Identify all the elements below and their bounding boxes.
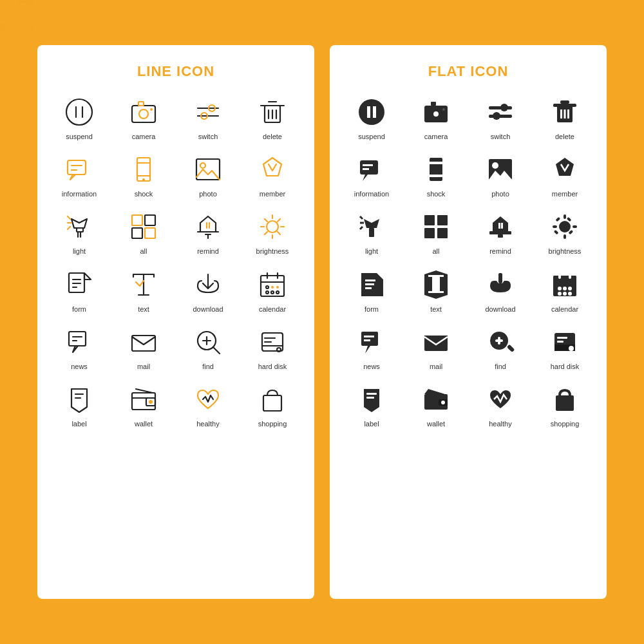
svg-rect-179: [373, 106, 376, 118]
svg-point-88: [66, 99, 92, 125]
svg-marker-117: [71, 219, 87, 228]
line-shopping: shopping: [243, 383, 301, 428]
svg-point-6: [25, 1, 26, 1]
svg-point-155: [276, 291, 279, 294]
svg-rect-185: [489, 106, 512, 109]
svg-point-74: [3, 30, 3, 30]
svg-line-138: [278, 219, 280, 222]
svg-rect-196: [363, 164, 373, 166]
line-icon-title: LINE ICON: [50, 63, 301, 80]
svg-point-219: [559, 221, 571, 232]
svg-point-83: [32, 28, 32, 29]
svg-point-7: [26, 1, 27, 1]
svg-rect-199: [430, 158, 442, 181]
flat-label: label: [343, 383, 401, 428]
flat-icon-card: FLAT ICON suspend camera switch delete: [330, 45, 607, 599]
svg-rect-109: [137, 158, 150, 181]
svg-rect-230: [365, 287, 372, 289]
line-information: information: [50, 153, 108, 198]
svg-rect-234: [498, 273, 502, 283]
line-mail: mail: [115, 325, 173, 371]
svg-point-26: [32, 2, 32, 3]
svg-rect-222: [553, 225, 557, 228]
svg-rect-123: [132, 215, 142, 225]
svg-point-152: [276, 286, 279, 289]
svg-point-33: [30, 3, 30, 3]
line-label: label: [50, 383, 108, 428]
svg-point-42: [32, 4, 33, 5]
line-switch: switch: [179, 95, 237, 141]
flat-brightness: brightness: [536, 210, 594, 256]
svg-point-57: [4, 25, 5, 26]
svg-point-76: [2, 30, 3, 31]
flat-text: text: [407, 268, 465, 314]
line-wallet: wallet: [115, 383, 173, 428]
main-content: LINE ICON suspend camera switch delete: [24, 32, 620, 612]
svg-marker-159: [73, 346, 78, 352]
svg-point-4: [23, 1, 24, 1]
svg-point-36: [32, 3, 33, 3]
svg-point-15: [20, 2, 21, 3]
svg-point-112: [142, 178, 145, 181]
line-download: download: [179, 268, 237, 314]
svg-point-81: [32, 27, 33, 28]
svg-point-3: [23, 1, 23, 1]
svg-point-69: [2, 28, 3, 29]
line-hard-disk: hard disk: [243, 325, 301, 371]
flat-calendar: calendar: [536, 268, 594, 314]
svg-point-64: [2, 27, 3, 28]
svg-rect-260: [557, 337, 567, 339]
flat-information: information: [343, 153, 401, 198]
svg-point-32: [28, 3, 29, 3]
flat-remind: remind: [471, 210, 529, 256]
flat-switch: switch: [471, 95, 529, 141]
line-healthy: healthy: [179, 383, 237, 428]
svg-rect-221: [564, 234, 566, 239]
line-camera: camera: [115, 95, 173, 141]
flat-shopping: shopping: [536, 383, 594, 428]
svg-point-75: [1, 30, 1, 31]
line-brightness: brightness: [243, 210, 301, 256]
svg-point-29: [25, 3, 26, 3]
line-icon-grid: suspend camera switch delete information: [50, 95, 301, 428]
svg-point-55: [2, 25, 3, 26]
svg-rect-231: [428, 275, 444, 277]
svg-point-2: [21, 1, 22, 1]
svg-point-22: [27, 2, 28, 3]
svg-point-65: [3, 27, 3, 28]
svg-rect-263: [366, 397, 374, 399]
svg-point-21: [26, 2, 27, 3]
line-delete: delete: [243, 95, 301, 141]
svg-point-44: [30, 5, 31, 6]
svg-point-174: [149, 400, 153, 404]
svg-point-84: [32, 28, 33, 29]
svg-point-151: [271, 286, 274, 289]
svg-rect-207: [369, 228, 374, 237]
svg-point-72: [1, 30, 1, 30]
svg-line-120: [68, 216, 70, 219]
svg-point-46: [32, 5, 33, 6]
svg-point-31: [27, 3, 28, 3]
svg-point-30: [26, 3, 27, 3]
svg-point-18: [23, 2, 24, 3]
svg-rect-237: [553, 276, 576, 283]
svg-line-210: [360, 227, 363, 229]
svg-point-182: [433, 111, 439, 117]
svg-line-162: [213, 347, 220, 354]
svg-point-13: [32, 1, 33, 1]
svg-point-62: [5, 26, 6, 27]
svg-rect-267: [556, 395, 574, 411]
svg-point-59: [2, 26, 3, 27]
svg-point-20: [25, 2, 26, 3]
flat-shock: shock: [407, 153, 465, 198]
flat-light: light: [343, 210, 401, 256]
line-find: find: [179, 325, 237, 371]
svg-point-114: [200, 163, 205, 168]
line-shock: shock: [115, 153, 173, 198]
svg-rect-227: [554, 230, 559, 235]
svg-rect-238: [558, 272, 561, 279]
svg-line-136: [265, 219, 267, 222]
svg-point-167: [277, 348, 281, 352]
svg-point-37: [27, 4, 28, 5]
flat-find: find: [471, 325, 529, 371]
